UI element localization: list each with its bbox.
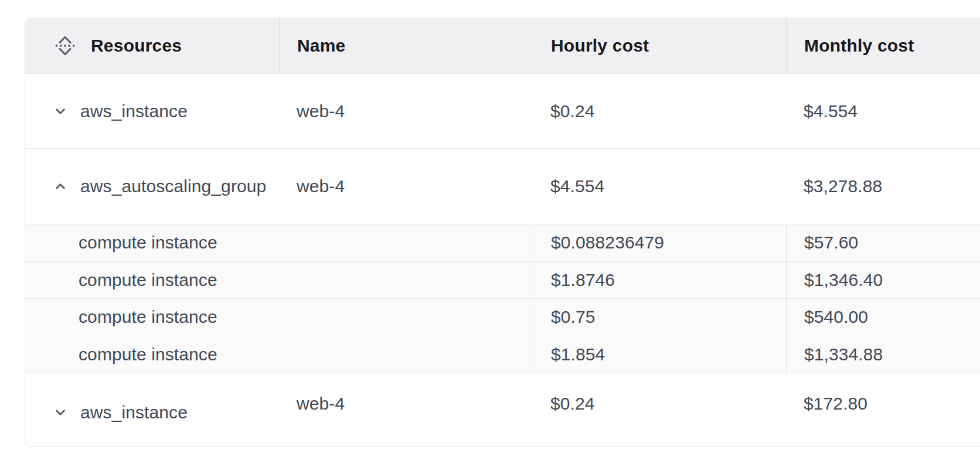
resource-name: web-4 <box>279 149 533 224</box>
resource-name: web-4 <box>279 367 533 440</box>
monthly-cost-value: $172.80 <box>786 367 980 440</box>
sub-row-compute-instance: compute instance $0.75 $540.00 <box>25 298 980 336</box>
table-row-aws-instance-2: aws_instance web-4 $0.24 $172.80 <box>25 373 980 446</box>
hourly-cost-value: $4.554 <box>533 149 786 224</box>
resource-name: web-4 <box>279 74 533 148</box>
hourly-cost-value: $0.088236479 <box>533 224 786 261</box>
column-header-resources-label: Resources <box>91 36 182 56</box>
table-row-aws-autoscaling-group: aws_autoscaling_group web-4 $4.554 $3,27… <box>25 148 980 224</box>
column-header-name: Name <box>279 18 533 73</box>
table-header-row: Resources Name Hourly cost Monthly cost <box>25 18 980 73</box>
hourly-cost-value: $1.8746 <box>533 262 786 299</box>
chevron-down-icon[interactable] <box>52 404 69 421</box>
monthly-cost-value: $57.60 <box>786 224 980 261</box>
resource-cell: aws_instance <box>25 74 279 148</box>
column-header-resources: Resources <box>25 18 279 73</box>
resource-cell: aws_autoscaling_group <box>25 149 279 224</box>
column-header-hourly-cost: Hourly cost <box>533 18 786 73</box>
cost-component-label: compute instance <box>25 299 533 336</box>
hourly-cost-value: $0.75 <box>533 299 786 336</box>
cost-component-label: compute instance <box>25 262 533 299</box>
chevron-up-icon[interactable] <box>52 178 69 195</box>
monthly-cost-value: $4.554 <box>786 74 980 148</box>
table-row-aws-instance-1: aws_instance web-4 $0.24 $4.554 <box>25 73 980 148</box>
drag-reorder-icon[interactable] <box>52 31 78 60</box>
cost-breakdown-table: Resources Name Hourly cost Monthly cost … <box>25 18 980 447</box>
hourly-cost-value: $0.24 <box>533 367 786 440</box>
resource-type-label: aws_instance <box>80 101 188 121</box>
resource-type-label: aws_autoscaling_group <box>80 176 266 196</box>
page: Resources Name Hourly cost Monthly cost … <box>0 0 980 467</box>
hourly-cost-value: $0.24 <box>533 74 786 148</box>
sub-row-compute-instance: compute instance $0.088236479 $57.60 <box>25 224 980 261</box>
sub-row-compute-instance: compute instance $1.8746 $1,346.40 <box>25 261 980 299</box>
monthly-cost-value: $3,278.88 <box>786 149 980 224</box>
monthly-cost-value: $1,346.40 <box>786 262 980 299</box>
column-header-monthly-cost: Monthly cost <box>786 18 980 73</box>
resource-type-label: aws_instance <box>80 403 188 422</box>
resource-cell: aws_instance <box>25 373 279 446</box>
monthly-cost-value: $540.00 <box>786 299 980 336</box>
cost-component-label: compute instance <box>25 224 533 261</box>
chevron-down-icon[interactable] <box>52 103 69 120</box>
